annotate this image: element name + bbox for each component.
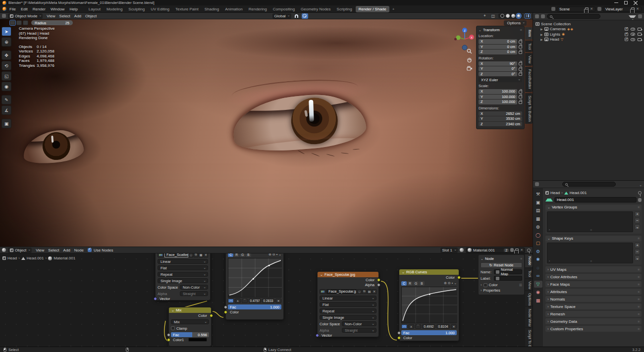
node-rgb-curves-mid[interactable]: CRGB ⊕⊖•⌄ ◠ ∧ ⌒ 0.4757 0.2833 ✕	[225, 253, 284, 320]
cursor-tool[interactable]: ⊕	[1, 37, 11, 47]
tools-icon[interactable]: •	[452, 281, 453, 285]
properties-search-input[interactable]	[562, 182, 616, 187]
color-input-socket[interactable]	[224, 310, 227, 314]
outliner-row[interactable]: ▶ Lights ◉	[539, 32, 643, 37]
scene-name[interactable]: Scene	[559, 7, 570, 11]
curves-node-header[interactable]: RGB Curves	[399, 269, 459, 275]
node-rgb-curves[interactable]: RGB Curves Color CRGB ⊕⊖•⌄ ◠ ∧ ⌒ 0.4992	[399, 269, 459, 341]
dimension-field[interactable]: Y3530 cm	[479, 116, 522, 121]
collapsed-panel-header[interactable]: UV Maps≡	[545, 266, 642, 272]
lock-icon[interactable]	[519, 73, 522, 76]
channel-button[interactable]: G	[413, 281, 419, 286]
fac-slider[interactable]: Fac1.000	[228, 304, 281, 309]
delete-point-icon[interactable]: ✕	[275, 299, 281, 303]
image-name-field[interactable]: Face_Specular.jpg	[326, 289, 357, 294]
measure-tool[interactable]: ∡	[1, 105, 11, 115]
expand-icon[interactable]: ▶	[540, 38, 543, 41]
shader-node-canvas[interactable]: Head› Head.001› Material.001 Face_Scatte…	[0, 253, 533, 347]
workspace-tab[interactable]: UV Editing	[148, 6, 172, 12]
unlink-icon[interactable]: ✕	[372, 289, 376, 294]
color-output-socket[interactable]	[210, 314, 213, 317]
scale-field[interactable]: Z100.000	[479, 100, 517, 104]
delete-point-icon[interactable]: ✕	[451, 324, 457, 329]
channel-button[interactable]: B	[246, 253, 251, 257]
camera-view-button[interactable]	[466, 65, 473, 71]
channel-button[interactable]: C	[401, 281, 407, 286]
pack-icon[interactable]: ▦	[199, 253, 203, 257]
viewport-menu-item[interactable]: Select	[57, 13, 72, 19]
remove-item-button[interactable]: −	[635, 218, 640, 223]
panel-header[interactable]: Shape Keys≡	[545, 236, 642, 241]
workspace-tab[interactable]: Rendering	[246, 6, 270, 12]
outliner-search-input[interactable]	[547, 14, 600, 19]
collapsed-panel-header[interactable]: Custom Properties≡	[545, 326, 642, 332]
unlink-scene-icon[interactable]: ✕	[590, 7, 593, 11]
shader-menu-item[interactable]: Node	[72, 248, 86, 253]
orientation-selector[interactable]: Global	[272, 13, 291, 19]
point-x-field[interactable]: 0.4992	[422, 324, 435, 329]
lock-icon[interactable]	[519, 101, 522, 104]
point-y-field[interactable]: 0.2833	[262, 299, 274, 303]
fake-user-icon[interactable]: ◇	[189, 253, 193, 257]
close-button[interactable]	[634, 1, 638, 5]
sidebar-tab[interactable]: Script To Butto	[525, 328, 533, 347]
zoom-in-icon[interactable]: ⊕	[268, 253, 271, 256]
move-tool[interactable]: ✥	[1, 50, 11, 60]
sidebar-tab[interactable]: Tool	[525, 268, 533, 278]
lock-icon[interactable]	[519, 96, 522, 99]
color1-swatch[interactable]	[188, 338, 207, 342]
proportional-edit-toggle[interactable]	[302, 13, 308, 19]
channel-button[interactable]: B	[419, 281, 425, 286]
curve-widget[interactable]	[228, 258, 281, 298]
properties-tab[interactable]: ▢	[534, 240, 542, 247]
color-output-socket[interactable]	[457, 276, 461, 279]
zoom-out-icon[interactable]: ⊖	[272, 253, 275, 256]
colorspace-dropdown[interactable]: Non-Color	[342, 321, 376, 326]
datablock-name-input[interactable]: Head.001	[554, 197, 637, 202]
selectable-checkbox[interactable]	[625, 33, 628, 36]
filter-funnel-icon[interactable]	[629, 15, 636, 18]
zoom-in-icon[interactable]: ⊕	[444, 281, 447, 285]
breadcrumb-object[interactable]: Head	[550, 191, 560, 195]
workspace-tab[interactable]: Shading	[202, 6, 222, 12]
shader-type-selector[interactable]: Object	[8, 248, 32, 253]
image-browse-icon[interactable]	[320, 289, 326, 294]
hide-render-icon[interactable]	[638, 38, 642, 41]
location-field[interactable]: Z0 cm	[479, 50, 517, 54]
workspace-tab[interactable]: Modeling	[104, 6, 125, 12]
pin-icon[interactable]	[527, 249, 531, 252]
properties-tab[interactable]: ▽	[534, 281, 542, 288]
node-label-input[interactable]	[494, 276, 522, 281]
fac-input-socket[interactable]	[397, 331, 401, 335]
show-gizmo-toggle[interactable]: ⌖	[482, 13, 488, 19]
fake-user-shield-icon[interactable]	[638, 198, 642, 202]
channel-button[interactable]: R	[234, 253, 239, 257]
properties-tab[interactable]: ✱	[534, 256, 542, 263]
workspace-tab[interactable]: Layout	[86, 6, 104, 12]
maximize-button[interactable]	[624, 1, 628, 4]
open-folder-icon[interactable]: ▤	[367, 289, 372, 294]
tools-icon[interactable]: •	[276, 253, 277, 256]
menu-item[interactable]: Render	[30, 6, 48, 12]
sidebar-tab[interactable]: Tool	[525, 41, 533, 52]
sidebar-tab[interactable]: View	[525, 279, 533, 290]
menu-item[interactable]: File	[7, 6, 18, 12]
fake-user-icon[interactable]: ◇	[357, 289, 362, 294]
blend-mode-dropdown[interactable]: Mix	[171, 319, 209, 324]
hide-render-icon[interactable]	[638, 28, 642, 31]
point-y-field[interactable]: 0.8104	[436, 324, 450, 329]
channel-button[interactable]: C	[228, 253, 233, 257]
unlink-material-icon[interactable]: ✕	[520, 248, 523, 252]
channel-button[interactable]: G	[240, 253, 245, 257]
collapsed-panel-header[interactable]: Face Maps≡	[545, 281, 642, 287]
collapsed-panel-header[interactable]: Remesh≡	[545, 311, 642, 317]
alpha-dropdown[interactable]: Straight	[342, 328, 376, 333]
add-item-button[interactable]: +	[635, 243, 640, 248]
collapsed-panel-header[interactable]: Color Attributes≡	[545, 274, 642, 280]
scale-field[interactable]: Y100.000	[479, 95, 517, 100]
node-face-scatter[interactable]: Face_Scatter... ◇ ⧉ ▦ ✕ Linear Flat Repe…	[155, 253, 211, 301]
vector-input-socket[interactable]	[316, 334, 319, 337]
lock-icon[interactable]	[519, 62, 522, 65]
extension-dropdown[interactable]: Repeat	[320, 308, 376, 313]
curve-widget[interactable]	[401, 287, 457, 323]
